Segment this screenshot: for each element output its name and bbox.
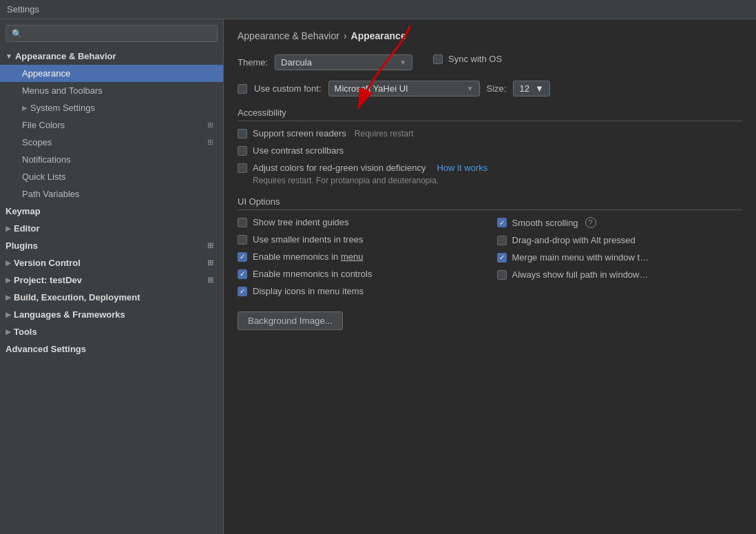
red-green-subnote: Requires restart. For protanopia and deu… <box>253 176 742 185</box>
background-image-button[interactable]: Background Image... <box>238 311 343 330</box>
red-green-row: Adjust colors for red-green vision defic… <box>238 163 742 185</box>
sidebar-item-path-variables[interactable]: Path Variables <box>0 185 223 203</box>
theme-label: Theme: <box>238 57 268 68</box>
sidebar-item-label: Menus and Toolbars <box>22 85 103 96</box>
use-custom-font-label: Use custom font: <box>254 83 322 94</box>
merge-menu-label: Merge main menu with window t… <box>512 252 649 263</box>
sidebar-item-advanced-settings[interactable]: Advanced Settings <box>0 340 223 358</box>
sidebar-item-appearance-behavior[interactable]: ▼ Appearance & Behavior <box>0 48 223 65</box>
chevron-right-icon: ▶ <box>22 104 28 112</box>
mnemonics-controls-label: Enable mnemonics in controls <box>253 269 372 279</box>
tree-indent-checkbox[interactable] <box>238 218 247 227</box>
sidebar-item-system-settings[interactable]: ▶ System Settings <box>0 99 223 116</box>
red-green-label: Adjust colors for red-green vision defic… <box>253 163 426 173</box>
sidebar-item-languages-frameworks[interactable]: ▶ Languages & Frameworks <box>0 306 223 323</box>
mnemonics-controls-row: Enable mnemonics in controls <box>238 269 483 279</box>
breadcrumb: Appearance & Behavior › Appearance <box>238 30 742 41</box>
content-area: Appearance & Behavior › Appearance Theme… <box>224 19 756 534</box>
mnemonics-menu-checkbox[interactable] <box>238 252 247 262</box>
tree-indent-row: Show tree indent guides <box>238 217 483 227</box>
smooth-scrolling-row: Smooth scrolling ? <box>497 217 743 228</box>
contrast-scrollbars-row: Use contrast scrollbars <box>238 145 742 156</box>
search-box[interactable]: 🔍 <box>6 25 218 42</box>
sync-os-label: Sync with OS <box>448 54 502 64</box>
screen-readers-checkbox[interactable] <box>238 129 247 138</box>
sidebar-item-file-colors[interactable]: File Colors ⊞ <box>0 116 223 134</box>
sidebar-item-plugins[interactable]: Plugins ⊞ <box>0 237 223 254</box>
title-bar-text: Settings <box>7 4 39 14</box>
sidebar-item-version-control[interactable]: ▶ Version Control ⊞ <box>0 254 223 271</box>
ui-options-left: Show tree indent guides Use smaller inde… <box>238 217 483 303</box>
main-container: 🔍 ▼ Appearance & Behavior Appearance Men… <box>0 19 756 534</box>
smooth-scrolling-label: Smooth scrolling <box>512 218 578 228</box>
grid-icon: ⊞ <box>207 121 213 130</box>
use-custom-font-checkbox[interactable] <box>238 84 247 94</box>
help-icon[interactable]: ? <box>585 217 596 228</box>
chevron-right-icon: ▶ <box>6 259 11 267</box>
sidebar-item-label: Plugins <box>6 240 38 251</box>
chevron-down-icon: ▼ <box>399 59 406 66</box>
sidebar-item-quick-lists[interactable]: Quick Lists <box>0 168 223 185</box>
mnemonics-menu-row: Enable mnemonics in menu <box>238 251 483 262</box>
drag-drop-label: Drag-and-drop with Alt pressed <box>512 235 636 245</box>
ui-options-right: Smooth scrolling ? Drag-and-drop with Al… <box>497 217 743 303</box>
drag-drop-row: Drag-and-drop with Alt pressed <box>497 235 743 245</box>
sidebar-item-menus-toolbars[interactable]: Menus and Toolbars <box>0 82 223 99</box>
sidebar-item-label: Editor <box>14 223 40 234</box>
sidebar-item-label: Version Control <box>14 258 81 268</box>
full-path-checkbox[interactable] <box>497 270 507 280</box>
chevron-right-icon: ▶ <box>6 225 11 232</box>
sidebar-item-project-testdev[interactable]: ▶ Project: testDev ⊞ <box>0 271 223 289</box>
chevron-right-icon: ▶ <box>6 294 11 301</box>
sidebar-item-build-execution-deployment[interactable]: ▶ Build, Execution, Deployment <box>0 289 223 306</box>
drag-drop-checkbox[interactable] <box>497 236 507 245</box>
ui-options-section-title: UI Options <box>238 196 742 210</box>
sidebar-item-label: Scopes <box>22 137 52 147</box>
sidebar-item-label: Quick Lists <box>22 172 66 182</box>
size-label: Size: <box>487 83 507 94</box>
breadcrumb-current: Appearance <box>351 30 406 41</box>
sidebar-item-tools[interactable]: ▶ Tools <box>0 323 223 340</box>
title-bar: Settings <box>0 0 756 19</box>
sidebar-item-label: File Colors <box>22 120 65 130</box>
screen-readers-row: Support screen readers Requires restart <box>238 128 742 138</box>
mnemonics-controls-checkbox[interactable] <box>238 269 247 279</box>
ui-options-grid: Show tree indent guides Use smaller inde… <box>238 217 742 303</box>
smaller-indents-checkbox[interactable] <box>238 235 247 245</box>
display-icons-checkbox[interactable] <box>238 287 247 296</box>
smooth-scrolling-checkbox[interactable] <box>497 218 507 227</box>
font-value: Microsoft YaHei UI <box>335 83 467 94</box>
how-it-works-link[interactable]: How it works <box>437 163 487 173</box>
font-row: Use custom font: Microsoft YaHei UI ▼ Si… <box>238 81 742 96</box>
screen-readers-note: Requires restart <box>355 129 413 138</box>
sidebar-item-label: Project: testDev <box>14 275 82 285</box>
sidebar-item-editor[interactable]: ▶ Editor <box>0 220 223 237</box>
red-green-checkbox-row: Adjust colors for red-green vision defic… <box>238 163 742 173</box>
sync-os-checkbox[interactable] <box>433 54 443 64</box>
sidebar-item-label: Notifications <box>22 154 71 165</box>
size-value: 12 <box>519 83 529 94</box>
sidebar-item-scopes[interactable]: Scopes ⊞ <box>0 134 223 151</box>
full-path-row: Always show full path in window… <box>497 269 743 280</box>
red-green-checkbox[interactable] <box>238 163 247 173</box>
search-icon: 🔍 <box>12 29 22 39</box>
display-icons-label: Display icons in menu items <box>253 286 364 296</box>
search-input[interactable] <box>26 28 211 39</box>
sidebar-item-label: Path Variables <box>22 189 80 199</box>
sidebar-item-label: Languages & Frameworks <box>14 309 125 320</box>
font-select[interactable]: Microsoft YaHei UI ▼ <box>328 81 480 96</box>
theme-value: Darcula <box>281 57 394 68</box>
tree-indent-label: Show tree indent guides <box>253 217 348 227</box>
size-select[interactable]: 12 ▼ <box>513 81 549 96</box>
contrast-scrollbars-checkbox[interactable] <box>238 146 247 156</box>
sidebar-item-keymap[interactable]: Keymap <box>0 203 223 220</box>
theme-select[interactable]: Darcula ▼ <box>275 54 412 70</box>
breadcrumb-parent[interactable]: Appearance & Behavior <box>238 30 339 41</box>
sidebar-item-label: Appearance & Behavior <box>15 51 116 61</box>
merge-menu-checkbox[interactable] <box>497 253 507 263</box>
sidebar-item-notifications[interactable]: Notifications <box>0 151 223 168</box>
sidebar-item-label: Build, Execution, Deployment <box>14 292 140 302</box>
sidebar-item-appearance[interactable]: Appearance <box>0 65 223 82</box>
display-icons-row: Display icons in menu items <box>238 286 483 296</box>
theme-row: Theme: Darcula ▼ Sync with OS <box>238 54 742 71</box>
